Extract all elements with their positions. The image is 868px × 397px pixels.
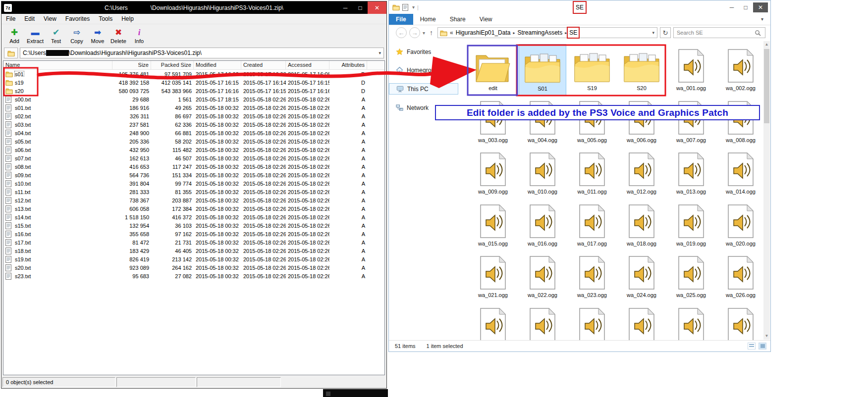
column-header-size[interactable]: Size: [112, 61, 151, 69]
file-row[interactable]: s10.txt391 80499 7742015-05-18 00:322015…: [3, 179, 384, 188]
address-folder-button[interactable]: [4, 48, 18, 58]
file-row[interactable]: s11.txt281 33381 3552015-05-18 00:322015…: [3, 188, 384, 196]
forward-icon[interactable]: →: [409, 27, 420, 38]
file-row[interactable]: s00.txt29 6881 5612015-05-17 18:152015-0…: [3, 95, 384, 103]
scroll-down-icon[interactable]: ▼: [763, 333, 770, 340]
file-tile[interactable]: wa_011.ogg: [568, 148, 616, 199]
tool-move-button[interactable]: ➡Move: [88, 27, 108, 44]
tool-test-button[interactable]: ✔Test: [46, 27, 66, 44]
file-tile[interactable]: [667, 303, 715, 341]
menu-help[interactable]: Help: [117, 14, 138, 23]
sidebar-item-favorites[interactable]: Favorites: [389, 47, 458, 57]
column-header-packed-size[interactable]: Packed Size: [151, 61, 194, 69]
menu-favorites[interactable]: Favorites: [61, 14, 94, 23]
menu-file[interactable]: File: [1, 14, 20, 23]
tab-share[interactable]: Share: [443, 14, 473, 25]
tool-info-button[interactable]: iInfo: [129, 27, 149, 44]
tool-delete-button[interactable]: ✖Delete: [108, 27, 128, 44]
file-row[interactable]: s08.txt416 653117 2472015-05-18 00:32201…: [3, 162, 384, 171]
file-row[interactable]: s14.txt1 518 150416 3722015-05-18 00:322…: [3, 213, 384, 221]
tab-home[interactable]: Home: [413, 14, 443, 25]
file-tile[interactable]: wa_018.ogg: [618, 199, 665, 251]
ribbon-expand-icon[interactable]: ▾: [761, 16, 763, 22]
file-tile[interactable]: wa_004.ogg: [519, 96, 566, 148]
file-row[interactable]: s16.txt355 65897 1622015-05-18 00:322015…: [3, 230, 384, 238]
file-row[interactable]: s09.txt564 736151 3342015-05-18 00:32201…: [3, 171, 384, 179]
thumbnail-view-icon[interactable]: [759, 343, 766, 349]
file-row[interactable]: s01.txt186 91649 2652015-05-18 00:322015…: [3, 103, 384, 112]
file-row[interactable]: s12.txt738 367203 8872015-05-18 00:32201…: [3, 196, 384, 204]
file-tile[interactable]: [618, 303, 665, 341]
back-icon[interactable]: ←: [396, 27, 407, 38]
file-row[interactable]: s03.txt237 58162 3362015-05-18 00:322015…: [3, 120, 384, 129]
file-tile[interactable]: wa_014.ogg: [717, 148, 764, 199]
file-tile[interactable]: wa_007.ogg: [667, 96, 715, 148]
qat-dropdown-icon[interactable]: ▾: [412, 4, 415, 10]
breadcrumb-dropdown-icon[interactable]: ▾: [652, 30, 655, 35]
file-row[interactable]: s04.txt248 90066 8812015-05-18 00:322015…: [3, 129, 384, 137]
file-row[interactable]: s20580 093 725543 383 9662015-05-17 16:1…: [3, 87, 384, 95]
file-tile[interactable]: [717, 303, 764, 341]
column-header-name[interactable]: Name: [3, 61, 112, 69]
history-dropdown-icon[interactable]: ▾: [423, 30, 425, 36]
maximize-icon[interactable]: □: [739, 4, 752, 11]
breadcrumb-item-streamingassets[interactable]: StreamingAssets: [517, 29, 562, 36]
tool-extract-button[interactable]: ▬Extract: [25, 27, 45, 44]
minimize-icon[interactable]: ─: [725, 4, 738, 11]
file-tile[interactable]: wa_008.ogg: [717, 96, 764, 148]
tab-view[interactable]: View: [473, 14, 499, 25]
minimize-icon[interactable]: ─: [338, 1, 353, 14]
tool-add-button[interactable]: ✚Add: [4, 27, 24, 44]
sidebar-item-homegroup[interactable]: Homegroup: [389, 65, 458, 75]
file-tile[interactable]: wa_003.ogg: [469, 96, 517, 148]
file-tile[interactable]: wa_024.ogg: [618, 251, 665, 303]
details-view-icon[interactable]: [748, 343, 756, 349]
address-input[interactable]: C:\Users\Downloads\Higurashi\HigurashiPS…: [20, 48, 384, 58]
tool-copy-button[interactable]: ⇨Copy: [67, 27, 87, 44]
column-header-attributes[interactable]: Attributes: [329, 61, 367, 69]
file-tile[interactable]: wa_016.ogg: [519, 199, 566, 251]
file-row[interactable]: s06.txt432 950115 4822015-05-18 00:32201…: [3, 146, 384, 154]
maximize-icon[interactable]: □: [353, 1, 368, 14]
folder-tile[interactable]: S20: [618, 44, 665, 96]
file-tile[interactable]: wa_020.ogg: [717, 199, 764, 251]
menu-edit[interactable]: Edit: [20, 14, 39, 23]
column-header-created[interactable]: Created: [241, 61, 286, 69]
file-row[interactable]: s20.txt923 089264 1622015-05-18 00:32201…: [3, 263, 384, 272]
up-icon[interactable]: ↑: [428, 29, 435, 37]
scrollbar-thumb[interactable]: [764, 49, 769, 123]
file-row[interactable]: s01105 376 48197 591 7092015-05-17 16:08…: [3, 70, 384, 78]
tab-file[interactable]: File: [389, 14, 413, 25]
file-row[interactable]: s02.txt326 31186 6972015-05-18 00:322015…: [3, 112, 384, 120]
close-icon[interactable]: ✕: [368, 1, 386, 14]
file-tile[interactable]: wa_001.ogg: [667, 44, 715, 96]
folder-tile[interactable]: edit: [469, 44, 517, 96]
file-tile[interactable]: wa_013.ogg: [667, 148, 715, 199]
sidebar-item-this-pc[interactable]: This PC: [389, 83, 458, 95]
menu-tools[interactable]: Tools: [94, 14, 117, 23]
scrollbar[interactable]: ▲ ▼: [763, 41, 770, 340]
sevenzip-titlebar[interactable]: 7z C:\Users\Downloads\Higurashi\Higurash…: [1, 1, 386, 14]
file-tile[interactable]: wa_019.ogg: [667, 199, 715, 251]
taskbar-fragment[interactable]: [323, 389, 388, 397]
file-tile[interactable]: wa_012.ogg: [618, 148, 665, 199]
menu-view[interactable]: View: [39, 14, 61, 23]
file-tile[interactable]: wa_010.ogg: [519, 148, 566, 199]
file-tile[interactable]: wa_006.ogg: [618, 96, 665, 148]
column-header-accessed[interactable]: Accessed: [286, 61, 329, 69]
file-tile[interactable]: wa_002.ogg: [717, 44, 764, 96]
file-tile[interactable]: wa_026.ogg: [717, 251, 764, 303]
folder-tile[interactable]: S01: [519, 44, 566, 96]
explorer-titlebar[interactable]: ▾ | SE ─ □ ✕: [389, 0, 770, 14]
file-tile[interactable]: wa_009.ogg: [469, 148, 517, 199]
file-row[interactable]: s07.txt162 61346 5072015-05-18 00:322015…: [3, 154, 384, 162]
search-input[interactable]: Search SE: [673, 27, 765, 38]
column-header-modified[interactable]: Modified: [194, 61, 241, 69]
file-row[interactable]: s19418 392 158412 035 1412015-05-17 16:1…: [3, 78, 384, 87]
file-tile[interactable]: wa_017.ogg: [568, 199, 616, 251]
folder-tile[interactable]: S19: [568, 44, 616, 96]
file-tile[interactable]: [519, 303, 566, 341]
breadcrumb-item-higurashiep01_data[interactable]: HigurashiEp01_Data: [456, 29, 511, 36]
file-row[interactable]: s05.txt205 33658 2022015-05-18 00:322015…: [3, 137, 384, 146]
file-tile[interactable]: wa_005.ogg: [568, 96, 616, 148]
